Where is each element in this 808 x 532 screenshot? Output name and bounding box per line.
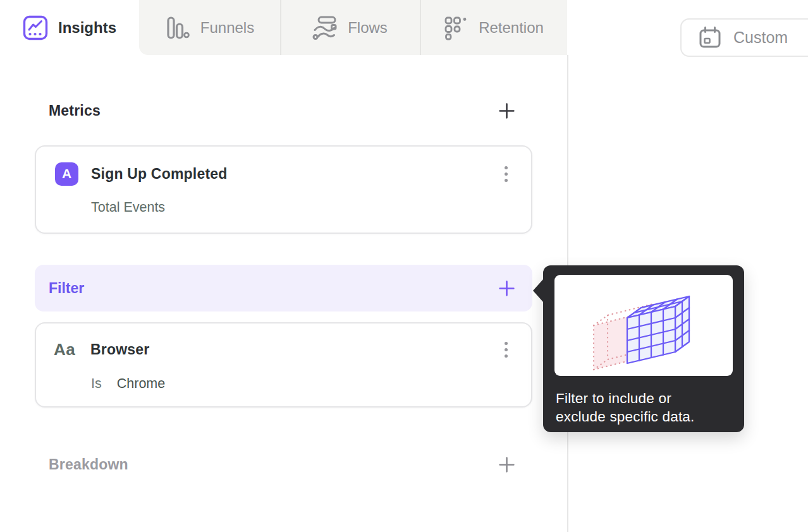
more-options-icon[interactable] <box>499 164 512 184</box>
data-cube-icon <box>554 275 733 376</box>
metrics-section-header: Metrics <box>35 100 532 121</box>
add-metric-button[interactable] <box>498 102 515 119</box>
filter-value[interactable]: Chrome <box>117 376 165 392</box>
more-options-icon[interactable] <box>499 339 512 360</box>
tab-retention-label: Retention <box>479 19 544 37</box>
add-breakdown-button[interactable] <box>498 456 515 473</box>
insights-query-builder-screen: Insights Funnels Flows <box>0 0 808 532</box>
add-filter-button[interactable] <box>498 280 515 296</box>
metric-measurement[interactable]: Total Events <box>91 200 512 215</box>
breakdown-section-header: Breakdown <box>35 454 532 475</box>
filter-cube-illustration <box>554 275 733 376</box>
tab-insights-label: Insights <box>58 19 116 37</box>
flows-wave-icon <box>312 15 338 40</box>
tab-flows-label: Flows <box>348 19 388 37</box>
string-property-icon: Aa <box>54 340 90 360</box>
tab-retention[interactable]: Retention <box>420 0 567 55</box>
filter-property-name: Browser <box>90 341 149 358</box>
insights-chart-icon <box>23 15 48 40</box>
tooltip-caption-line1: Filter to include or <box>556 389 695 408</box>
filter-tooltip: Filter to include or exclude specific da… <box>543 265 744 432</box>
tooltip-caption: Filter to include or exclude specific da… <box>556 389 695 426</box>
retention-grid-icon <box>443 15 468 40</box>
add-icon <box>499 103 515 119</box>
custom-date-range-label: Custom <box>733 28 788 47</box>
query-builder-panel: Metrics A Sign Up Completed Total Events… <box>35 55 532 475</box>
tooltip-caption-line2: exclude specific data. <box>556 408 695 426</box>
filter-card-main-row: Aa Browser <box>54 337 512 362</box>
calendar-icon <box>698 26 722 50</box>
tab-flows[interactable]: Flows <box>280 0 420 55</box>
filter-section-title: Filter <box>49 280 84 297</box>
metric-card[interactable]: A Sign Up Completed Total Events <box>35 145 532 234</box>
tooltip-arrow <box>533 279 544 303</box>
filter-card[interactable]: Aa Browser Is Chrome <box>35 322 532 408</box>
filter-condition-row: Is Chrome <box>91 376 512 392</box>
funnels-bars-icon <box>165 15 190 40</box>
tab-funnels[interactable]: Funnels <box>139 0 280 55</box>
metric-event-name: Sign Up Completed <box>91 166 228 183</box>
tab-insights[interactable]: Insights <box>0 0 139 55</box>
filter-section-header[interactable]: Filter <box>35 265 532 311</box>
add-icon <box>499 457 515 473</box>
add-icon <box>499 281 515 296</box>
metric-card-main-row: A Sign Up Completed <box>55 161 512 186</box>
breakdown-section-title: Breakdown <box>49 456 128 473</box>
filter-operator[interactable]: Is <box>91 376 102 392</box>
metric-series-badge: A <box>55 162 78 186</box>
metrics-section-title: Metrics <box>49 102 101 119</box>
tab-funnels-label: Funnels <box>200 19 254 37</box>
custom-date-range-button[interactable]: Custom <box>680 18 808 57</box>
